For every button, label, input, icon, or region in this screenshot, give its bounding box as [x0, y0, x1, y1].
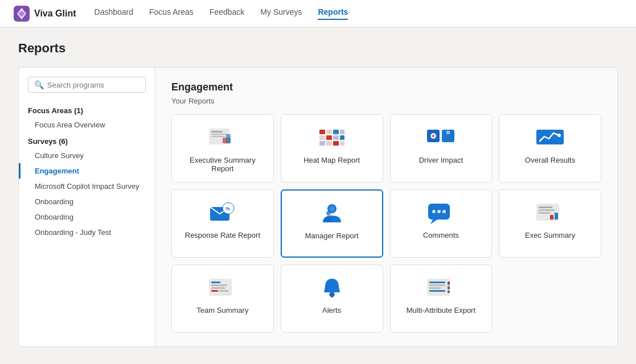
search-container[interactable]: 🔍 — [28, 77, 146, 93]
alerts-icon — [316, 276, 348, 300]
your-reports-label: Your Reports — [171, 97, 601, 105]
svg-rect-18 — [326, 141, 332, 146]
report-card-overall-results[interactable]: Overall Results — [499, 114, 601, 183]
multi-attribute-icon — [425, 276, 457, 300]
sidebar-item-focus-area-overview[interactable]: Focus Area Overview — [19, 117, 155, 133]
svg-rect-50 — [211, 290, 218, 292]
svg-point-26 — [448, 132, 449, 134]
svg-point-33 — [329, 206, 335, 212]
sidebar-section-surveys: Surveys (6) — [19, 133, 155, 148]
svg-rect-49 — [211, 287, 225, 289]
svg-marker-36 — [430, 220, 437, 224]
manager-report-label: Manager Report — [305, 231, 359, 240]
nav-focus-areas[interactable]: Focus Areas — [149, 7, 194, 20]
svg-rect-47 — [211, 282, 220, 283]
sidebar-item-engagement[interactable]: Engagement — [19, 163, 155, 179]
svg-rect-41 — [539, 206, 552, 208]
svg-rect-60 — [448, 282, 450, 285]
svg-rect-17 — [319, 141, 325, 146]
report-card-team-summary[interactable]: Team Summary — [171, 264, 274, 333]
svg-rect-51 — [219, 290, 228, 292]
svg-rect-4 — [211, 131, 223, 133]
report-card-driver-impact[interactable]: Driver Impact — [390, 114, 493, 183]
content-area: 🔍 Focus Areas (1) Focus Area Overview Su… — [18, 67, 618, 347]
svg-rect-9 — [319, 130, 325, 134]
sidebar-item-microsoft-copilot[interactable]: Microsoft Copilot Impact Survey — [19, 179, 155, 194]
sidebar-item-culture-survey[interactable]: Culture Survey — [19, 148, 155, 163]
svg-point-38 — [437, 210, 441, 213]
report-card-comments[interactable]: Comments — [390, 189, 493, 258]
exec-summary-icon — [534, 201, 566, 225]
exec-summary-label: Exec Summary — [525, 231, 575, 239]
multi-attribute-label: Multi-Attribute Export — [407, 306, 475, 315]
executive-summary-label: Executive Summary Report — [180, 156, 265, 173]
svg-point-28 — [557, 134, 561, 137]
svg-point-23 — [432, 135, 434, 137]
response-rate-label: Response Rate Report — [185, 231, 260, 239]
svg-rect-57 — [429, 284, 445, 286]
sidebar-item-onboarding-2[interactable]: Onboarding — [19, 209, 155, 225]
top-navigation: Viva Glint Dashboard Focus Areas Feedbac… — [0, 0, 636, 27]
page-body: Reports 🔍 Focus Areas (1) Focus Area Ove… — [0, 27, 636, 361]
sidebar-item-onboarding-judy[interactable]: Onboarding - Judy Test — [19, 225, 155, 240]
svg-rect-13 — [319, 135, 325, 140]
svg-rect-61 — [448, 286, 450, 289]
search-wrap: 🔍 — [19, 77, 155, 102]
search-input[interactable] — [47, 81, 139, 89]
manager-report-icon — [316, 202, 348, 226]
nav-feedback[interactable]: Feedback — [210, 7, 244, 20]
nav-my-surveys[interactable]: My Surveys — [260, 7, 302, 20]
team-summary-label: Team Summary — [196, 306, 248, 315]
svg-rect-12 — [340, 130, 344, 134]
logo-icon — [14, 6, 30, 22]
svg-rect-20 — [340, 141, 344, 146]
driver-impact-label: Driver Impact — [419, 156, 463, 164]
nav-dashboard[interactable]: Dashboard — [95, 7, 134, 20]
comments-icon — [425, 201, 457, 225]
svg-rect-14 — [326, 135, 332, 140]
report-card-manager-report[interactable]: Manager Report — [281, 189, 383, 258]
response-rate-icon: % — [207, 201, 239, 225]
engagement-section-title: Engagement — [171, 81, 601, 93]
report-card-multi-attribute[interactable]: Multi-Attribute Export — [390, 264, 493, 333]
svg-rect-62 — [448, 291, 450, 293]
nav-reports[interactable]: Reports — [318, 7, 348, 20]
svg-rect-6 — [211, 136, 225, 137]
report-card-executive-summary[interactable]: Executive Summary Report — [171, 114, 274, 183]
svg-rect-5 — [211, 134, 227, 135]
app-name: Viva Glint — [34, 9, 76, 19]
svg-rect-45 — [555, 213, 558, 220]
reports-grid: Executive Summary Report — [171, 114, 601, 333]
sidebar-section-focus-areas: Focus Areas (1) — [19, 102, 155, 117]
app-logo: Viva Glint — [14, 6, 76, 22]
svg-rect-19 — [333, 141, 339, 146]
svg-point-34 — [326, 211, 331, 216]
report-card-heat-map[interactable]: Heat Map Report — [281, 114, 383, 183]
search-icon: 🔍 — [34, 80, 44, 89]
svg-rect-44 — [550, 215, 553, 220]
sidebar: 🔍 Focus Areas (1) Focus Area Overview Su… — [19, 68, 155, 346]
svg-point-39 — [442, 210, 446, 213]
svg-rect-58 — [429, 287, 441, 289]
svg-rect-8 — [226, 134, 231, 143]
page-title: Reports — [18, 41, 618, 56]
driver-impact-icon — [425, 126, 457, 150]
svg-rect-56 — [429, 282, 445, 283]
sidebar-item-onboarding-1[interactable]: Onboarding — [19, 194, 155, 209]
heat-map-label: Heat Map Report — [303, 156, 360, 164]
heat-map-icon — [316, 126, 348, 150]
svg-rect-42 — [539, 209, 555, 211]
svg-rect-15 — [333, 135, 339, 140]
overall-results-label: Overall Results — [525, 156, 575, 164]
report-card-response-rate[interactable]: % Response Rate Report — [171, 189, 274, 258]
svg-point-54 — [330, 294, 334, 297]
alerts-label: Alerts — [322, 306, 341, 315]
nav-links: Dashboard Focus Areas Feedback My Survey… — [95, 7, 348, 20]
svg-rect-43 — [539, 212, 550, 214]
svg-rect-48 — [211, 284, 227, 286]
report-card-alerts[interactable]: Alerts — [281, 264, 383, 333]
report-card-exec-summary[interactable]: Exec Summary — [499, 189, 601, 258]
svg-rect-10 — [326, 130, 332, 134]
overall-results-icon — [534, 126, 566, 150]
svg-rect-16 — [340, 135, 344, 140]
